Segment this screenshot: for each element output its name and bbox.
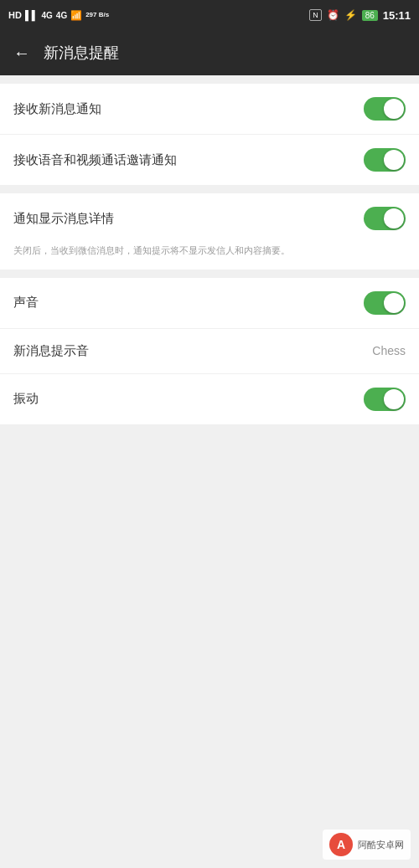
receive-call-toggle[interactable] (364, 148, 406, 172)
msg-sound-value: Chess (372, 344, 406, 357)
content: 接收新消息通知 接收语音和视频通话邀请通知 通知显示消息详情 关闭后，当收到微信… (0, 75, 419, 868)
receive-call-label: 接收语音和视频通话邀请通知 (13, 152, 177, 168)
bluetooth-icon: ⚡ (344, 9, 357, 21)
hd-label: HD (8, 10, 22, 20)
msg-sound-row[interactable]: 新消息提示音 Chess (0, 329, 419, 374)
status-time: 15:11 (383, 9, 411, 22)
watermark: A 阿酷安卓网 (323, 829, 411, 860)
vibrate-label: 振动 (13, 391, 39, 407)
signal-icon: ▌▌ (25, 10, 39, 20)
page-title: 新消息提醒 (44, 43, 119, 63)
header: ← 新消息提醒 (0, 30, 419, 75)
vibrate-row: 振动 (0, 374, 419, 424)
show-detail-label: 通知显示消息详情 (13, 211, 114, 227)
status-left: HD ▌▌ 4G 4G 📶 297 B/s (8, 10, 109, 21)
status-right: N ⏰ ⚡ 86 15:11 (309, 9, 411, 22)
receive-new-msg-toggle[interactable] (364, 97, 406, 121)
status-bar: HD ▌▌ 4G 4G 📶 297 B/s N ⏰ ⚡ 86 15:11 (0, 0, 419, 30)
nfc-icon: N (309, 9, 322, 21)
show-detail-row: 通知显示消息详情 (0, 193, 419, 244)
receive-call-row: 接收语音和视频通话邀请通知 (0, 135, 419, 185)
back-button[interactable]: ← (13, 44, 30, 63)
signal-4g2-icon: 4G (56, 11, 67, 20)
msg-sound-label: 新消息提示音 (13, 343, 89, 359)
alarm-icon: ⏰ (327, 9, 339, 21)
show-detail-description: 关闭后，当收到微信消息时，通知提示将不显示发信人和内容摘要。 (0, 244, 419, 270)
watermark-text: 阿酷安卓网 (358, 839, 404, 851)
section-sound: 声音 新消息提示音 Chess 振动 (0, 278, 419, 424)
data-speed: 297 B/s (85, 11, 109, 19)
wifi-icon: 📶 (70, 10, 82, 21)
vibrate-toggle[interactable] (364, 388, 406, 411)
section-notifications: 接收新消息通知 接收语音和视频通话邀请通知 (0, 84, 419, 185)
battery-icon: 86 (362, 10, 378, 21)
section-detail: 通知显示消息详情 关闭后，当收到微信消息时，通知提示将不显示发信人和内容摘要。 (0, 193, 419, 270)
signal-4g-icon: 4G (41, 11, 52, 20)
show-detail-toggle[interactable] (364, 207, 406, 230)
receive-new-msg-label: 接收新消息通知 (13, 101, 101, 117)
sound-row: 声音 (0, 278, 419, 329)
sound-label: 声音 (13, 295, 39, 311)
receive-new-msg-row: 接收新消息通知 (0, 84, 419, 135)
sound-toggle[interactable] (364, 291, 406, 315)
watermark-logo: A (329, 833, 353, 856)
